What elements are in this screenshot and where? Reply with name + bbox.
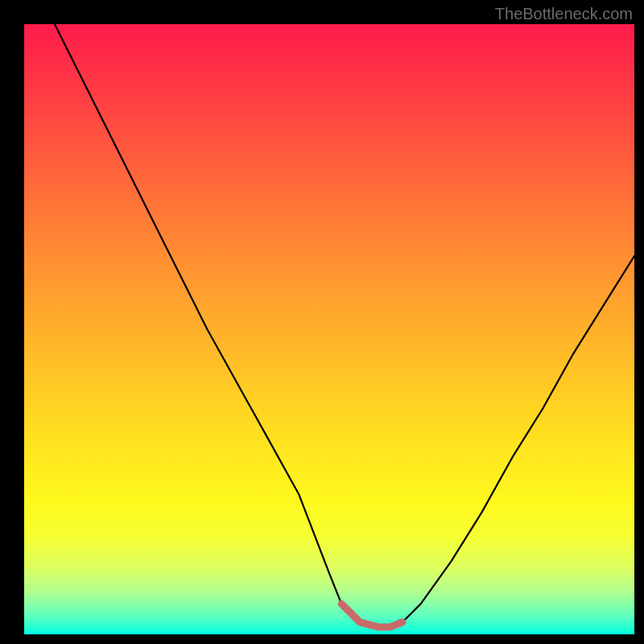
curve-path (55, 24, 634, 628)
flat-zone-marker (341, 604, 402, 627)
watermark-text: TheBottleneck.com (495, 5, 633, 23)
bottleneck-curve-svg (24, 24, 634, 634)
chart-plot-area (24, 24, 634, 634)
